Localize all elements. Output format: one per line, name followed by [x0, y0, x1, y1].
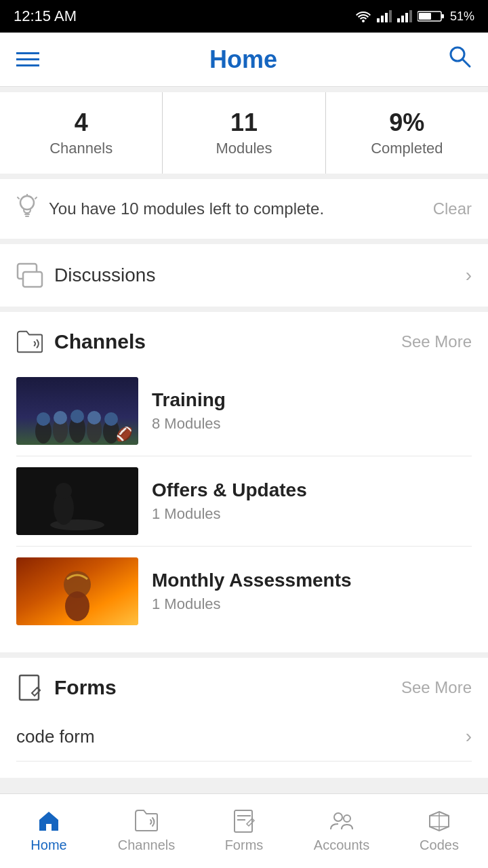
nav-item-accounts[interactable]: Accounts — [293, 802, 390, 860]
channel-name-monthly: Monthly Assessments — [152, 570, 472, 591]
forms-see-more[interactable]: See More — [401, 678, 472, 697]
folder-channels-icon — [16, 328, 43, 355]
svg-point-13 — [20, 196, 34, 210]
accounts-nav-icon — [329, 809, 354, 833]
codes-nav-icon — [427, 809, 451, 833]
wifi-icon — [355, 10, 371, 22]
channel-info-offers: Offers & Updates 1 Modules — [152, 479, 472, 523]
stats-bar: 4 Channels 11 Modules 9% Completed — [0, 92, 488, 174]
svg-rect-1 — [381, 16, 384, 22]
alert-text: You have 10 modules left to complete. — [49, 199, 324, 218]
completed-stat: 9% Completed — [326, 92, 488, 174]
completed-count: 9% — [326, 108, 488, 137]
alert-banner: You have 10 modules left to complete. Cl… — [0, 179, 488, 239]
svg-point-31 — [104, 412, 118, 426]
channel-modules-offers: 1 Modules — [152, 505, 472, 523]
channel-list: Training 8 Modules Offers & Updates — [16, 366, 472, 636]
discussions-left: Discussions — [16, 262, 155, 289]
modules-label: Modules — [163, 140, 325, 157]
modules-stat: 11 Modules — [163, 92, 325, 174]
app-header: Home — [0, 33, 488, 87]
alert-clear-button[interactable]: Clear — [433, 199, 472, 218]
form-chevron: › — [466, 726, 472, 747]
bulb-icon — [16, 194, 38, 224]
bottom-nav: Home Channels Forms Accounts — [0, 793, 488, 868]
signal2-icon — [397, 10, 412, 22]
menu-button[interactable] — [16, 52, 39, 66]
nav-label-channels: Channels — [118, 837, 176, 853]
page-title: Home — [209, 45, 277, 74]
status-icons: 51% — [355, 9, 474, 24]
channels-header: Channels See More — [16, 328, 472, 355]
lightbulb-icon — [16, 194, 38, 218]
forms-title-group: Forms — [16, 674, 117, 701]
channels-count: 4 — [0, 108, 162, 137]
channels-title-group: Channels — [16, 328, 146, 355]
svg-line-40 — [37, 688, 40, 690]
svg-rect-4 — [397, 18, 400, 22]
svg-rect-39 — [20, 675, 39, 700]
channel-item-monthly[interactable]: Monthly Assessments 1 Modules — [16, 547, 472, 636]
search-icon — [447, 44, 472, 68]
svg-rect-10 — [419, 13, 431, 20]
svg-line-17 — [18, 197, 19, 199]
channels-section: Channels See More — [0, 312, 488, 652]
modules-count: 11 — [163, 108, 325, 137]
svg-rect-6 — [405, 13, 408, 22]
completed-label: Completed — [326, 140, 488, 157]
form-name-code: code form — [16, 726, 95, 747]
svg-rect-20 — [23, 272, 42, 287]
status-time: 12:15 AM — [14, 7, 77, 25]
channel-info-training: Training 8 Modules — [152, 389, 472, 433]
search-button[interactable] — [447, 44, 472, 75]
form-item-code[interactable]: code form › — [16, 712, 472, 762]
channel-name-offers: Offers & Updates — [152, 479, 472, 501]
channel-modules-training: 8 Modules — [152, 415, 472, 433]
channel-item-training[interactable]: Training 8 Modules — [16, 366, 472, 456]
folder-icon — [16, 330, 43, 354]
nav-label-forms: Forms — [225, 837, 264, 853]
nav-label-home: Home — [30, 837, 66, 853]
svg-point-44 — [334, 813, 342, 821]
channels-label: Channels — [0, 140, 162, 157]
edit-icon — [17, 674, 43, 701]
nav-item-codes[interactable]: Codes — [390, 802, 488, 860]
svg-point-28 — [54, 411, 67, 425]
battery-percent: 51% — [450, 9, 474, 24]
nav-label-accounts: Accounts — [314, 837, 369, 853]
status-bar: 12:15 AM 51% — [0, 0, 488, 33]
forms-section: Forms See More code form › — [0, 658, 488, 778]
svg-point-45 — [344, 815, 350, 822]
forms-title: Forms — [54, 676, 117, 699]
nav-item-channels[interactable]: Channels — [98, 802, 195, 860]
svg-point-38 — [65, 591, 89, 621]
nav-item-home[interactable]: Home — [0, 802, 98, 860]
training-image — [16, 377, 138, 445]
offers-image — [16, 467, 138, 535]
discussions-row[interactable]: Discussions › — [0, 244, 488, 307]
discussions-chevron: › — [466, 264, 472, 286]
channels-title: Channels — [54, 330, 146, 353]
chat-icon — [16, 262, 43, 289]
channels-stat: 4 Channels — [0, 92, 163, 174]
forms-icon — [16, 674, 43, 701]
channels-see-more[interactable]: See More — [401, 332, 472, 351]
battery-icon — [418, 10, 445, 22]
svg-point-30 — [87, 411, 101, 425]
channel-modules-monthly: 1 Modules — [152, 595, 472, 613]
svg-line-12 — [462, 59, 470, 66]
channel-name-training: Training — [152, 389, 472, 411]
discussions-label: Discussions — [54, 264, 155, 286]
svg-point-27 — [37, 412, 50, 426]
svg-rect-0 — [377, 18, 380, 22]
monthly-image — [16, 557, 138, 625]
home-nav-icon — [37, 809, 61, 833]
channels-nav-icon — [134, 809, 159, 833]
channel-info-monthly: Monthly Assessments 1 Modules — [152, 570, 472, 613]
signal1-icon — [377, 10, 392, 22]
channel-thumb-offers — [16, 467, 138, 535]
svg-rect-2 — [385, 13, 388, 22]
nav-item-forms[interactable]: Forms — [195, 802, 293, 860]
channel-item-offers[interactable]: Offers & Updates 1 Modules — [16, 456, 472, 547]
forms-nav-icon — [232, 809, 256, 833]
